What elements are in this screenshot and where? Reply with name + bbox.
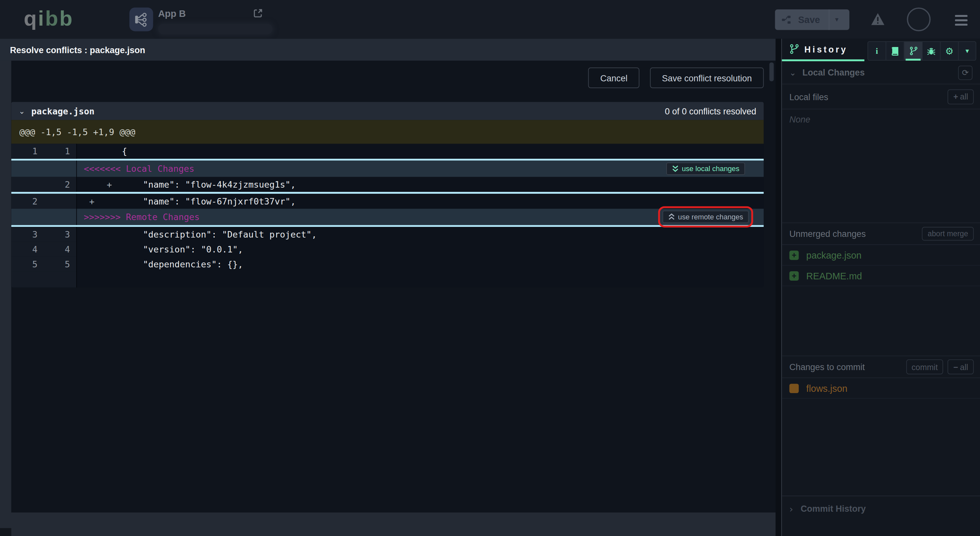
line-number-left <box>11 177 44 192</box>
local-files-label: Local files <box>789 92 828 102</box>
code-text: { <box>118 146 127 156</box>
code-text: "version": "0.0.1", <box>118 244 243 254</box>
chevron-right-icon: › <box>789 504 793 515</box>
logo-letter: b <box>45 6 59 30</box>
warning-icon[interactable] <box>870 13 885 25</box>
diff-file-name: package.json <box>32 106 95 116</box>
app-root: qibb App B <box>0 0 980 536</box>
logo-letter: b <box>59 6 73 30</box>
app-name: App B <box>158 8 186 19</box>
line-number-left: 1 <box>11 144 44 159</box>
use-remote-changes-button[interactable]: use remote changes <box>662 211 749 223</box>
save-dropdown-caret[interactable]: ▾ <box>835 16 839 24</box>
section-commit-history[interactable]: › Commit History <box>782 496 980 535</box>
merge-resolve-main: Cancel Save conflict resolution ⌄ packag… <box>0 60 775 536</box>
history-sidebar: History i <box>781 39 980 536</box>
unmerged-file-row[interactable]: + README.md <box>782 266 980 286</box>
refresh-button[interactable]: ⟳ <box>958 65 972 80</box>
user-avatar[interactable] <box>907 8 931 31</box>
plus-icon: + <box>953 92 958 101</box>
section-body-empty <box>782 399 980 496</box>
line-number-left: 2 <box>11 194 44 209</box>
none-label: None <box>789 115 810 124</box>
external-link-icon[interactable] <box>253 8 263 18</box>
conflicts-resolved-status: 0 of 0 conflicts resolved <box>665 106 756 116</box>
editor-corner <box>0 528 11 536</box>
logo-letter: q <box>24 6 38 30</box>
flow-fanout-icon <box>133 11 150 27</box>
code-text: "description": "Default project", <box>118 229 317 240</box>
tab-debug[interactable] <box>923 42 941 60</box>
commit-file-row[interactable]: flows.json <box>782 378 980 399</box>
editor-bottom-edge <box>0 512 775 536</box>
save-button[interactable]: Save ▾ <box>775 10 850 30</box>
save-conflict-resolution-button[interactable]: Save conflict resolution <box>650 67 764 88</box>
stage-all-button[interactable]: +all <box>948 89 974 104</box>
diff-marker: + <box>83 196 100 207</box>
sidebar-title-label: History <box>804 44 848 54</box>
line-number-right: 3 <box>44 227 76 242</box>
sidebar-divider <box>775 39 781 536</box>
chevron-down-icon: ⌄ <box>789 68 796 77</box>
cancel-button[interactable]: Cancel <box>589 67 640 88</box>
diff-filler <box>11 272 764 288</box>
local-files-empty: None <box>782 109 980 129</box>
diff-line-added-remote: 2 + "name": "flow-67njxrf0t37vr", <box>11 194 764 209</box>
diff-panel: ⌄ package.json 0 of 0 conflicts resolved… <box>11 102 764 288</box>
resolve-conflicts-title-bar: Resolve conflicts : package.json <box>0 39 775 60</box>
action-bar: Cancel Save conflict resolution <box>0 67 764 88</box>
changes-to-commit-label: Changes to commit <box>789 362 865 372</box>
sidebar-tabs: i <box>867 41 977 60</box>
diff-line: 4 4 "version": "0.0.1", <box>11 242 764 257</box>
remote-changes-marker-text: >>>>>>> Remote Changes <box>83 212 200 222</box>
commit-button[interactable]: commit <box>906 359 943 374</box>
line-number-right: 1 <box>44 144 76 159</box>
menu-icon[interactable] <box>955 15 968 28</box>
modified-file-icon <box>789 383 799 393</box>
tab-info[interactable]: i <box>868 42 886 60</box>
diff-line: 1 1 { <box>11 144 764 159</box>
hunk-header-text: @@@ -1,5 -1,5 +1,9 @@@ <box>19 127 135 137</box>
diff-file-header[interactable]: ⌄ package.json 0 of 0 conflicts resolved <box>11 102 764 120</box>
section-local-changes[interactable]: ⌄ Local Changes ⟳ <box>782 61 980 84</box>
unstage-all-button[interactable]: −all <box>948 359 974 374</box>
tab-help[interactable] <box>886 42 905 60</box>
unmerged-label: Unmerged changes <box>789 229 866 239</box>
local-changes-marker-text: <<<<<<< Local Changes <box>83 164 194 174</box>
staged-add-icon: + <box>789 271 799 280</box>
section-body-empty <box>782 129 980 222</box>
code-text: "name": "flow-4k4zjzmsueg1s", <box>118 179 296 189</box>
use-local-changes-label: use local changes <box>682 165 740 172</box>
use-local-changes-button[interactable]: use local changes <box>666 162 745 175</box>
hunk-header: @@@ -1,5 -1,5 +1,9 @@@ <box>11 120 764 143</box>
tab-history[interactable] <box>905 42 923 60</box>
tab-more[interactable]: ▾ <box>959 42 975 60</box>
double-chevron-up-icon <box>668 213 675 221</box>
scrollbar-thumb[interactable] <box>769 62 773 81</box>
app-header: qibb App B <box>0 0 980 39</box>
abort-merge-button[interactable]: abort merge <box>922 227 974 240</box>
commit-history-label: Commit History <box>800 504 865 514</box>
unmerged-file-row[interactable]: + package.json <box>782 245 980 266</box>
git-branch-icon <box>909 46 917 56</box>
logo-letter: i <box>38 6 45 30</box>
collapse-chevron-icon[interactable]: ⌄ <box>19 107 25 115</box>
double-chevron-down-icon <box>672 165 679 172</box>
gear-icon: ⚙ <box>945 45 954 57</box>
section-body-empty <box>782 286 980 356</box>
line-number-right: 5 <box>44 257 76 272</box>
sidebar-title: History <box>789 39 848 60</box>
bug-icon <box>927 47 935 56</box>
line-number-left: 4 <box>11 242 44 257</box>
line-number-right: 4 <box>44 242 76 257</box>
section-label: Local Changes <box>802 67 865 78</box>
book-icon <box>891 47 899 56</box>
info-icon: i <box>876 46 878 56</box>
tab-config[interactable]: ⚙ <box>940 42 959 60</box>
staged-add-icon: + <box>789 250 799 259</box>
diff-line: 5 5 "dependencies": {}, <box>11 257 764 272</box>
code-text: "dependencies": {}, <box>118 259 243 269</box>
app-tile[interactable] <box>129 8 153 31</box>
deploy-icon <box>781 14 792 25</box>
qibb-logo: qibb <box>24 6 73 30</box>
